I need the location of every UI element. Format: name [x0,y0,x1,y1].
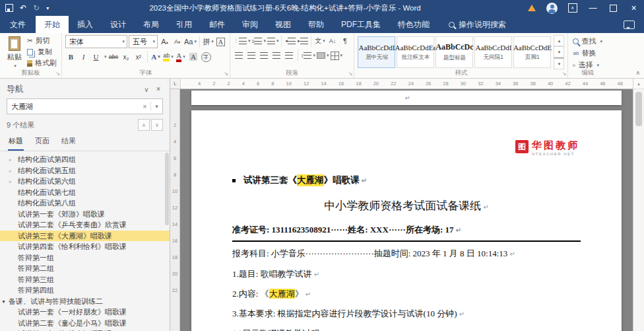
shading-button[interactable]: ▾ [317,50,329,61]
alert-button[interactable] [521,0,542,16]
line-spacing-button[interactable]: ↕▾ [301,50,315,61]
sort-button[interactable]: A↓ [327,35,338,47]
search-input[interactable]: 大雁湖 [7,102,139,112]
previous-page-bottom[interactable]: ↵ [191,91,622,105]
vertical-ruler[interactable]: 2 4 6 8 10 12 14 16 18 20 22 [170,89,180,331]
paragraph-dialog-launcher[interactable]: ↘ [348,71,353,77]
nav-heading-item[interactable]: 结构化面试第七组 [0,187,170,198]
phonetic-guide-button[interactable]: 拼▾ [203,36,214,48]
replace-button[interactable]: ab替换 [571,48,604,59]
character-shading-button[interactable]: A [188,51,199,63]
document-page[interactable]: 图 华图教师 HTEACHER.NET 试讲第三套《大雁湖》唱歌课 ↵ 中小学教… [191,110,622,331]
maximize-button[interactable] [603,0,624,16]
collapse-ribbon-button[interactable]: ∧ [635,69,640,76]
search-options-button[interactable]: ▾ [151,103,162,110]
nav-heading-item[interactable]: ▹结构化面试第四组 [0,154,170,165]
nav-heading-item[interactable]: 试讲第二套《童心是小马》唱歌课 [0,318,170,329]
nav-heading-item[interactable]: 试讲第一套《一对好朋友》唱歌课 [0,307,170,318]
redo-button[interactable]: ↻ [33,3,40,13]
multilevel-list-button[interactable]: ▾ [267,35,279,47]
font-name-select[interactable]: 宋体▾ [65,35,127,48]
copy-button[interactable]: 复制 [26,46,58,57]
nav-tab-pages[interactable]: 页面 [34,134,50,151]
save-button[interactable] [5,4,13,12]
tab-home[interactable]: 开始 [36,16,69,33]
font-dialog-launcher[interactable]: ↘ [224,71,228,77]
navigation-search-box[interactable]: 大雁湖 × ▾ [7,98,163,114]
tab-layout[interactable]: 布局 [135,16,168,33]
distribute-button[interactable] [284,50,295,61]
minimize-button[interactable]: — [583,0,603,16]
collapse-icon[interactable]: ▼ [1,298,6,307]
bold-button[interactable]: B [65,51,77,63]
nav-scrollbar-thumb[interactable] [165,153,169,225]
undo-button[interactable]: ↶ [20,3,26,13]
underline-button[interactable]: U [90,51,102,63]
cut-button[interactable]: ✂剪切 [26,35,58,46]
tab-view[interactable]: 视图 [267,16,300,33]
change-case-button[interactable]: Aa▾ [184,36,197,48]
search-clear-button[interactable]: × [139,102,150,110]
styles-dialog-launcher[interactable]: ↘ [562,71,567,77]
scroll-up-button[interactable]: ▴ [633,79,644,89]
italic-button[interactable]: I [78,51,89,63]
align-center-button[interactable] [246,50,257,61]
tell-me-search[interactable]: 操作说明搜索 [449,16,506,33]
borders-button[interactable]: ▾ [331,50,343,61]
style-card[interactable]: AaBbCcDc 题型标题 [435,36,473,68]
tab-mailings[interactable]: 邮件 [201,16,234,33]
format-painter-button[interactable]: 格式刷 [26,57,58,69]
nav-heading-item[interactable]: ▹结构化面试第六组 [0,176,170,187]
tab-pdf-tools[interactable]: PDF工具集 [333,16,389,33]
character-border-button[interactable]: A [215,36,226,48]
nav-tab-results[interactable]: 结果 [61,134,77,151]
shrink-font-button[interactable]: A▾ [172,36,183,48]
expand-icon[interactable]: ▹ [9,167,12,176]
strikethrough-button[interactable]: abc [108,51,119,63]
nav-heading-item[interactable]: 答辩第一组 [0,252,170,264]
previous-result-button[interactable]: ∧ [138,119,150,131]
tab-references[interactable]: 引用 [168,16,201,33]
nav-heading-item[interactable]: 试讲第三套《杨柳青》唱歌课 [0,328,170,331]
paste-button[interactable]: 粘贴 ▾ [3,35,26,70]
style-card[interactable]: AaBbCcDdE 页脚1 [513,36,551,68]
bullets-button[interactable]: ⋮▾ [234,35,251,47]
enclose-characters-button[interactable]: 字 [201,51,212,63]
decrease-indent-button[interactable]: ◂ [284,35,296,47]
close-button[interactable]: × [624,0,644,16]
styles-scroll-up-button[interactable]: ▴ [554,35,564,46]
navigation-close-button[interactable]: × [152,85,164,94]
font-color-button[interactable]: A▾ [176,51,187,63]
account-button[interactable] [542,0,562,16]
styles-scroll-down-button[interactable]: ▾ [554,46,564,57]
nav-tab-headings[interactable]: 标题 [8,134,24,151]
clipboard-dialog-launcher[interactable]: ↘ [55,71,60,77]
tab-design[interactable]: 设计 [102,16,135,33]
subscript-button[interactable]: x₂ [121,51,132,63]
navigation-options-button[interactable]: ∨ [141,86,152,93]
horizontal-ruler[interactable]: L 4 2 2 4 6 8 10 12 14 16 18 20 22 24 26… [170,79,633,89]
nav-heading-item[interactable]: 试讲第二套《乒乓变奏曲》欣赏课 [0,219,170,231]
styles-more-button[interactable]: ▾ [554,57,564,69]
nav-heading-item[interactable]: 结构化面试第八组 [0,198,170,209]
nav-heading-item[interactable]: ▹结构化面试第五组 [0,165,170,176]
align-right-button[interactable] [259,50,270,61]
highlight-button[interactable]: ab▾ [163,51,174,63]
superscript-button[interactable]: x² [133,51,145,63]
tab-insert[interactable]: 插入 [69,16,102,33]
find-button[interactable]: 查找▾ [571,36,604,47]
scrollbar-thumb[interactable] [635,92,642,126]
font-size-select[interactable]: 五号▾ [129,35,158,48]
asian-layout-button[interactable]: 文▾ [314,35,325,47]
feedback-icon[interactable] [624,20,635,29]
numbering-button[interactable]: 1▾ [252,35,266,47]
nav-heading-item[interactable]: ▼备课、试讲与答辩技能训练二 [0,296,170,307]
tab-stop-selector[interactable]: L [170,79,181,89]
tab-special-features[interactable]: 特色功能 [389,16,438,33]
style-card[interactable]: AaBbCcDdEe 批注框文本 [397,36,434,68]
style-card[interactable]: AaBbCcDdI 无间隔1 [474,36,512,68]
tab-file[interactable]: 文件 [0,16,36,33]
nav-heading-item[interactable]: 答辩第四组 [0,285,170,296]
expand-icon[interactable]: ▹ [9,178,12,186]
nav-heading-item[interactable]: 答辩第三组 [0,274,170,285]
